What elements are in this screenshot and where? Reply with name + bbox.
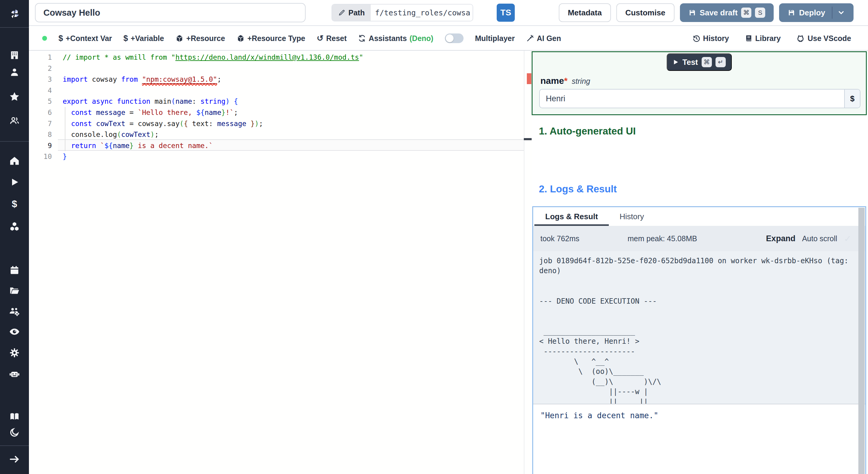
editor-overview-ruler	[524, 51, 524, 474]
deploy-button[interactable]: Deploy	[779, 3, 854, 22]
save-draft-button[interactable]: Save draft ⌘ S	[680, 3, 774, 22]
save-icon	[688, 9, 696, 17]
cmd-key-badge: ⌘	[741, 7, 751, 18]
expand-button[interactable]: Expand	[766, 234, 796, 243]
logs-scrollbar[interactable]	[858, 208, 865, 474]
sidebar-divider-bottom	[0, 445, 29, 446]
add-resource-type-button[interactable]: +Resource Type	[237, 34, 305, 43]
path-label: Path	[348, 8, 365, 17]
refresh-icon	[358, 34, 366, 42]
multiplayer-label[interactable]: Multiplayer	[475, 34, 515, 43]
users-icon[interactable]	[0, 115, 29, 127]
code-lines[interactable]: // import * as wmill from "https://deno.…	[63, 52, 363, 162]
resources-cubes-icon[interactable]	[0, 220, 29, 233]
tab-logs-result[interactable]: Logs & Result	[534, 207, 609, 226]
path-button[interactable]: Path	[332, 4, 371, 21]
home-icon[interactable]	[0, 155, 29, 167]
auto-generated-ui-box: Test ⌘ ↵ name* string Henri $	[532, 51, 867, 115]
ai-gen-button[interactable]: AI Gen	[526, 34, 561, 43]
tab-history[interactable]: History	[609, 207, 655, 226]
building-icon[interactable]	[0, 49, 29, 61]
section-auto-ui-heading: 1. Auto-generated UI	[539, 125, 636, 137]
arg-input[interactable]: Henri $	[539, 89, 861, 108]
package-icon	[176, 34, 184, 42]
arg-name: name	[540, 76, 564, 86]
deploy-divider	[832, 7, 832, 19]
vscode-octocat-icon	[796, 34, 805, 42]
sidebar-divider-top	[0, 27, 29, 28]
assistants-lang: (Deno)	[410, 34, 433, 43]
right-panel: Test ⌘ ↵ name* string Henri $ 1. Auto-ge…	[532, 51, 868, 474]
docs-books-icon[interactable]	[0, 410, 29, 422]
typescript-badge: TS	[497, 4, 515, 22]
wand-tools-icon	[526, 34, 534, 42]
code-editor[interactable]: 12345678910 // import * as wmill from "h…	[29, 51, 532, 474]
result-area[interactable]: "Henri is a decent name."	[533, 404, 865, 427]
reset-button[interactable]: ↺ Reset	[317, 34, 347, 43]
check-icon: ✓	[844, 233, 851, 244]
library-button[interactable]: Library	[745, 34, 781, 43]
editor-toolbar: $ +Context Var $ +Variable +Resource +Re…	[29, 27, 868, 51]
multiplayer-toggle[interactable]	[445, 33, 464, 43]
customise-button[interactable]: Customise	[616, 3, 675, 22]
log-output-area[interactable]: job 0189d64f-812b-525e-f020-652bd9da1100…	[533, 251, 865, 404]
dollar-icon: $	[124, 34, 128, 42]
save-icon	[787, 9, 795, 17]
status-dot	[42, 36, 47, 41]
chevron-down-icon[interactable]	[837, 9, 845, 17]
result-value: "Henri is a decent name."	[533, 404, 865, 427]
schedules-calendar-icon[interactable]	[0, 264, 29, 276]
test-button[interactable]: Test ⌘ ↵	[667, 53, 732, 71]
eye-icon[interactable]	[0, 326, 29, 338]
add-context-var-button[interactable]: $ +Context Var	[59, 34, 112, 43]
log-output: job 0189d64f-812b-525e-f020-652bd9da1100…	[533, 251, 865, 404]
history-button[interactable]: History	[692, 34, 729, 43]
cmd-key-badge: ⌘	[702, 57, 712, 67]
expand-arrow-icon[interactable]	[0, 453, 29, 465]
path-value[interactable]: f/testing_roles/cowsa	[371, 4, 472, 21]
runs-play-icon[interactable]	[0, 176, 29, 188]
line-number-gutter: 12345678910	[29, 52, 52, 162]
play-icon	[673, 59, 679, 65]
arg-label-row: name* string	[540, 76, 590, 86]
enter-key-badge: ↵	[715, 57, 726, 67]
expression-toggle-button[interactable]: $	[844, 90, 860, 108]
path-control[interactable]: Path f/testing_roles/cowsa	[332, 4, 473, 22]
star-icon[interactable]	[0, 90, 29, 102]
dark-mode-moon-icon[interactable]	[0, 426, 29, 438]
toggle-knob	[446, 34, 454, 42]
autoscroll-label[interactable]: Auto scroll	[802, 234, 837, 243]
cursor-overview-marker	[524, 138, 532, 140]
topbar: Path f/testing_roles/cowsa TS Metadata C…	[29, 0, 868, 26]
use-vscode-button[interactable]: Use VScode	[796, 34, 851, 43]
run-duration: took 762ms	[540, 234, 579, 243]
metadata-button[interactable]: Metadata	[559, 3, 611, 22]
windmill-logo-icon[interactable]	[0, 4, 29, 24]
logs-tabs: Logs & Result History	[533, 207, 865, 226]
arg-type: string	[572, 77, 590, 86]
logs-result-panel: Logs & Result History took 762ms mem pea…	[532, 206, 866, 474]
sidebar-divider-mid	[0, 141, 29, 142]
user-icon[interactable]	[0, 66, 29, 78]
section-logs-result-heading: 2. Logs & Result	[539, 183, 617, 195]
error-overview-marker	[527, 73, 531, 84]
package-icon	[237, 34, 245, 42]
s-key-badge: S	[755, 7, 765, 18]
pencil-icon	[338, 9, 345, 16]
robot-icon[interactable]	[0, 368, 29, 380]
add-variable-button[interactable]: $ +Variable	[124, 34, 164, 43]
dollar-icon: $	[59, 34, 63, 42]
groups-gear-icon[interactable]	[0, 305, 29, 317]
arg-value[interactable]: Henri	[540, 94, 844, 103]
folders-icon[interactable]	[0, 285, 29, 297]
mem-peak: mem peak: 45.08MB	[627, 234, 697, 243]
script-title-input[interactable]	[35, 3, 306, 22]
assistants-button[interactable]: Assistants (Deno)	[358, 34, 433, 43]
variables-dollar-icon[interactable]: $	[0, 198, 29, 210]
settings-gear-icon[interactable]	[0, 347, 29, 359]
sidebar: $	[0, 0, 29, 474]
book-icon	[745, 34, 752, 42]
history-clock-icon	[692, 34, 701, 42]
required-asterisk: *	[564, 76, 567, 86]
add-resource-button[interactable]: +Resource	[176, 34, 225, 43]
